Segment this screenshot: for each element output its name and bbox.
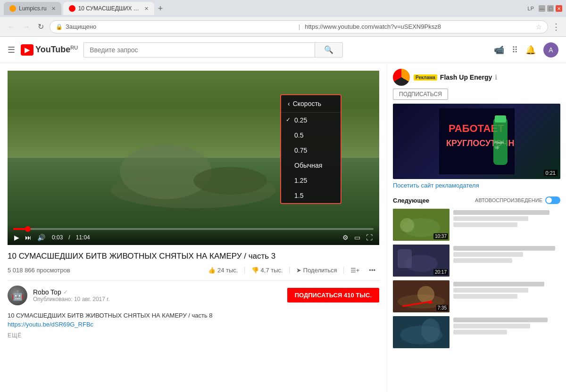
video-card-submeta-4 [453,330,507,335]
fullscreen-button[interactable]: ⛶ [365,233,374,242]
thumbs-down-icon: 👎 [251,267,259,274]
video-card-info-1 [453,209,560,241]
miniplayer-button[interactable]: ▭ [353,233,361,242]
video-card-info-4 [453,316,560,348]
speed-item-025[interactable]: 0.25 [281,113,341,128]
video-card-submeta-1 [453,222,517,227]
next-video-3[interactable]: 7:35 [393,280,560,312]
search-button[interactable]: 🔍 [315,42,343,57]
next-video-2[interactable]: 20:17 [393,245,560,277]
youtube-region: RU [70,45,78,50]
svg-point-3 [193,167,267,194]
close-button[interactable]: ✕ [556,5,562,12]
dislike-button[interactable]: 👎 4,7 тыс. [248,265,287,276]
back-button[interactable]: ← [6,22,17,32]
video-card-meta-1 [453,216,528,221]
video-player[interactable]: ‹ Скорость 0.25 0.5 0.75 Обычная 1.25 1.… [8,71,379,245]
progress-bar[interactable] [13,228,374,230]
channel-row: 🤖 Robo Top ✓ Опубликовано: 10 авг. 2017 … [8,286,379,305]
maximize-button[interactable]: ☐ [547,5,554,12]
hamburger-menu[interactable]: ☰ [8,45,15,55]
ad-visit-link[interactable]: Посетить сайт рекламодателя [393,182,560,189]
time-separator: / [68,234,70,241]
svg-point-19 [417,286,434,303]
ad-image-svg: РАБОТАЕТ КРУГЛОСУТОЧНО Flash Up [439,108,515,174]
page-content: ☰ ▶ YouTubeRU 🔍 📹 ⠿ 🔔 A [0,37,566,392]
autoplay-toggle[interactable] [545,196,560,204]
tab-youtube[interactable]: 10 СУМАСШЕДШИХ БИ... ✕ [63,2,154,15]
youtube-logo-text: YouTubeRU [35,45,78,55]
address-bar[interactable]: 🔒 Защищено | https://www.youtube.com/wat… [50,20,548,33]
play-button[interactable]: ▶ [13,233,20,242]
back-chevron-icon: ‹ [288,100,290,107]
forward-button[interactable]: → [21,22,32,32]
user-avatar[interactable]: A [543,42,558,57]
youtube-favicon [69,5,75,12]
video-duration-2: 20:17 [433,269,448,275]
controls-right: ⚙ ▭ ⛶ [341,233,374,242]
settings-button[interactable]: ⚙ [341,233,350,242]
tab-lumpics-close[interactable]: ✕ [51,6,56,12]
share-button[interactable]: ➤ Поделиться [292,265,341,276]
show-more-button[interactable]: ЕЩЁ [8,331,379,340]
video-card-info-2 [453,245,560,277]
next-video-4[interactable] [393,316,560,348]
new-tab-button[interactable]: + [158,4,163,14]
notifications-icon[interactable]: 🔔 [525,45,536,55]
youtube-logo[interactable]: ▶ YouTubeRU [21,44,78,56]
ad-info: Реклама Flash Up Energy ℹ [414,74,497,81]
tab-youtube-close[interactable]: ✕ [144,6,149,12]
ad-info-icon[interactable]: ℹ [495,74,497,81]
ad-thumb-content: РАБОТАЕТ КРУГЛОСУТОЧНО Flash Up [393,104,560,179]
video-card-meta-3 [453,288,528,293]
window-controls: LP — ☐ ✕ [528,5,562,12]
svg-point-2 [120,144,212,199]
video-thumb-4 [393,316,449,348]
video-title: 10 СУМАСШЕДШИХ БИТВ ЖИВОТНЫХ СНЯТЫХ НА К… [8,251,379,262]
video-card-meta-4 [453,324,530,328]
browser-frame: Lumpics.ru ✕ 10 СУМАСШЕДШИХ БИ... ✕ + LP… [0,0,566,392]
more-options-button[interactable]: ••• [365,265,379,276]
ad-avatar-image [393,69,410,86]
minimize-button[interactable]: — [539,5,545,12]
volume-button[interactable]: 🔊 [36,233,46,242]
video-card-title-4 [453,318,548,322]
next-video-1[interactable]: 10:37 [393,209,560,241]
controls-row: ▶ ⏭ 🔊 0:03 / 11:04 ⚙ ▭ ⛶ [13,233,374,242]
video-card-meta-2 [453,252,523,257]
secure-label: Защищено [66,23,294,30]
svg-text:Up: Up [495,146,499,149]
speed-item-075[interactable]: 0.75 [281,143,341,158]
ad-title: Flash Up Energy [440,74,492,81]
speed-menu-header[interactable]: ‹ Скорость [281,95,341,113]
add-to-playlist-button[interactable]: ☰+ [347,265,364,276]
like-button[interactable]: 👍 24 тыс. [204,265,241,276]
video-card-submeta-2 [453,258,512,263]
tab-lumpics[interactable]: Lumpics.ru ✕ [4,2,61,15]
speed-item-15[interactable]: 1.5 [281,188,341,203]
browser-menu-button[interactable]: ⋮ [552,22,560,32]
speed-item-125[interactable]: 1.25 [281,173,341,188]
apps-grid-icon[interactable]: ⠿ [512,45,518,55]
speed-item-05[interactable]: 0.5 [281,128,341,143]
search-input[interactable] [83,42,315,57]
channel-avatar[interactable]: 🤖 [8,286,27,305]
subscribe-button[interactable]: ПОДПИСАТЬСЯ 410 ТЫС. [287,288,379,302]
video-card-info-3 [453,280,560,312]
ad-channel-row: Реклама Flash Up Energy ℹ [393,69,560,86]
speed-menu-title: Скорость [293,100,321,107]
next-videos-section: Следующее АВТОВОСПРОИЗВЕДЕНИЕ [393,196,560,348]
ad-subscribe-button[interactable]: ПОДПИСАТЬСЯ [393,89,448,100]
ad-avatar[interactable] [393,69,410,86]
video-thumb-3: 7:35 [393,280,449,312]
dislike-count: 4,7 тыс. [261,267,283,274]
svg-point-24 [421,318,440,342]
video-camera-icon[interactable]: 📹 [494,45,504,55]
browser-addressbar: ← → ↻ 🔒 Защищено | https://www.youtube.c… [0,17,566,37]
description-link[interactable]: https://youtu.be/dSR69G_RFBc [8,321,93,328]
next-button[interactable]: ⏭ [24,233,33,242]
ad-thumbnail[interactable]: РАБОТАЕТ КРУГЛОСУТОЧНО Flash Up 0:21 [393,104,560,179]
bookmark-icon[interactable]: ☆ [536,23,542,31]
reload-button[interactable]: ↻ [36,21,46,32]
speed-item-normal[interactable]: Обычная [281,158,341,173]
